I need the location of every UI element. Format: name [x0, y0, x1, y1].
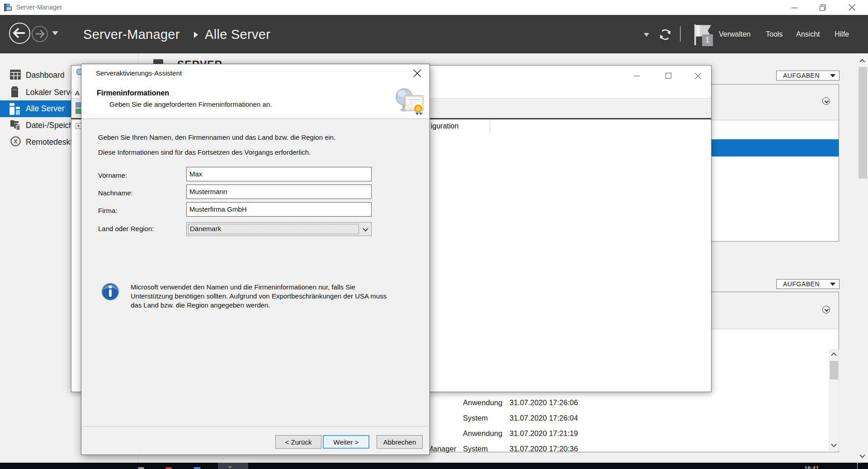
menu-tools[interactable]: Tools: [766, 30, 783, 38]
navigation-dropdown-icon[interactable]: [52, 31, 58, 35]
forward-button[interactable]: [32, 26, 48, 42]
restore-button[interactable]: [812, 0, 833, 15]
event-row-log[interactable]: Anwendung: [463, 398, 502, 407]
taskbar-separator: [857, 463, 858, 469]
servers-tasks-label: AUFGABEN: [783, 72, 820, 79]
wizard-heading: Firmeninformationen: [97, 89, 169, 97]
certificate-icon: [395, 86, 424, 118]
maximize-button[interactable]: [658, 68, 679, 83]
close-icon: [694, 72, 702, 80]
scroll-up-icon[interactable]: [831, 352, 837, 358]
minimize-icon: [791, 4, 798, 11]
first-name-input[interactable]: Max: [186, 167, 372, 181]
sidebar-item-dashboard[interactable]: Dashboard: [26, 71, 65, 80]
taskbar: 16:41: [0, 463, 868, 469]
restore-icon: [819, 4, 826, 11]
breadcrumb-current[interactable]: Alle Server: [205, 27, 270, 42]
events-tasks-label: AUFGABEN: [783, 280, 820, 288]
refresh-dropdown-icon[interactable]: [644, 33, 649, 37]
scroll-down-icon[interactable]: [831, 441, 837, 447]
scroll-up-icon[interactable]: [859, 59, 865, 65]
country-value: Dänemark: [190, 225, 221, 232]
minimize-icon: [633, 72, 640, 79]
menu-verwalten[interactable]: Verwalten: [719, 30, 750, 38]
local-server-icon: [11, 86, 18, 97]
events-scrollbar[interactable]: [829, 350, 839, 451]
wizard-close-button[interactable]: [413, 69, 422, 78]
navigation-bar: Server-Manager Alle Server 1 Verwalten T…: [0, 15, 868, 53]
window-title: Server-Manager: [16, 4, 62, 11]
events-tasks-button[interactable]: AUFGABEN: [776, 279, 840, 289]
back-button[interactable]: [9, 23, 30, 44]
events-collapse-button[interactable]: [822, 306, 830, 313]
refresh-button[interactable]: [658, 28, 672, 42]
all-servers-icon: [9, 103, 20, 115]
footer-separator: [81, 426, 429, 426]
taskbar-app-icon[interactable]: [194, 467, 200, 469]
dashboard-icon: [10, 70, 21, 80]
refresh-icon: [658, 28, 672, 42]
background-window-menu[interactable]: A: [75, 89, 80, 97]
file-storage-icon: [10, 119, 22, 131]
column-divider: [490, 119, 490, 133]
event-row-time[interactable]: 31.07.2020 17:21:19: [509, 429, 578, 438]
scroll-down-icon[interactable]: [859, 452, 865, 458]
background-window-row-text[interactable]: iguration: [431, 122, 458, 130]
company-label: Firma:: [98, 207, 118, 214]
tasks-dropdown-icon: [830, 283, 835, 286]
servers-tasks-button[interactable]: AUFGABEN: [776, 71, 840, 81]
taskbar-app-icon[interactable]: [165, 467, 172, 469]
servers-collapse-button[interactable]: [822, 97, 830, 105]
remote-desktop-icon: [10, 136, 21, 147]
cancel-button[interactable]: Abbrechen: [377, 435, 423, 449]
country-combobox[interactable]: Dänemark: [186, 222, 372, 236]
close-button[interactable]: [688, 68, 708, 83]
chevron-down-circle-icon: [822, 306, 830, 313]
close-icon: [848, 4, 856, 11]
wizard-intro-line2: Diese Informationen sind für das Fortset…: [98, 148, 311, 156]
notification-count-badge[interactable]: 1: [702, 34, 713, 46]
back-arrow-icon: [10, 24, 29, 43]
company-input[interactable]: Musterfirma GmbH: [186, 202, 372, 217]
event-row-time[interactable]: 31.07.2020 17:26:04: [509, 414, 578, 422]
taskbar-active-app[interactable]: [218, 463, 248, 469]
first-name-label: Vorname:: [98, 171, 127, 179]
sidebar-item-all-servers[interactable]: Alle Server: [26, 104, 65, 114]
next-button[interactable]: Weiter >: [323, 435, 369, 449]
info-text-line2: Unterstützung benötigen sollten. Aufgrun…: [131, 292, 387, 300]
main-scrollbar[interactable]: [858, 53, 868, 463]
main-scrollbar-thumb[interactable]: [859, 67, 867, 179]
sidebar-item-local-server[interactable]: Lokaler Server: [26, 88, 77, 97]
close-button[interactable]: [841, 0, 862, 15]
tasks-dropdown-icon: [830, 74, 835, 77]
event-row-time[interactable]: 31.07.2020 17:26:06: [509, 398, 578, 407]
minimize-button[interactable]: [626, 68, 647, 83]
event-row-log[interactable]: System: [463, 445, 488, 453]
back-button[interactable]: < Zurück: [275, 435, 321, 449]
event-row-time[interactable]: 31.07.2020 17:20:36: [509, 445, 578, 453]
menu-ansicht[interactable]: Ansicht: [796, 30, 820, 38]
last-name-input[interactable]: Mustermann: [186, 185, 372, 199]
info-icon: [101, 282, 120, 301]
info-text-line1: Microsoft verwendet den Namen und die Fi…: [131, 283, 355, 291]
maximize-icon: [665, 72, 672, 79]
breadcrumb-root[interactable]: Server-Manager: [83, 27, 180, 42]
menu-hilfe[interactable]: Hilfe: [835, 30, 849, 38]
event-row-source[interactable]: Manager: [427, 445, 456, 453]
event-row-log[interactable]: System: [463, 414, 488, 422]
app-titlebar: Server-Manager: [0, 0, 868, 15]
info-text-line3: das Land bzw. die Region angegeben werde…: [131, 301, 270, 309]
last-name-label: Nachname:: [98, 189, 133, 197]
wizard-intro-line1: Geben Sie Ihren Namen, den Firmennamen u…: [98, 133, 335, 141]
taskbar-app-icon[interactable]: [138, 467, 144, 469]
toolbar-separator: [680, 26, 681, 42]
combobox-dropdown-icon[interactable]: [363, 226, 368, 232]
taskbar-app-icon: [229, 466, 231, 468]
server-manager-app-icon: [4, 3, 13, 12]
event-row-log[interactable]: Anwendung: [463, 429, 502, 438]
events-scrollbar-thumb[interactable]: [830, 361, 838, 379]
taskbar-clock[interactable]: 16:41: [804, 465, 819, 469]
country-label: Land oder Region:: [98, 225, 154, 232]
minimize-button[interactable]: [784, 0, 805, 15]
wizard-subheading: Geben Sie die angeforderten Firmeninform…: [109, 100, 272, 108]
